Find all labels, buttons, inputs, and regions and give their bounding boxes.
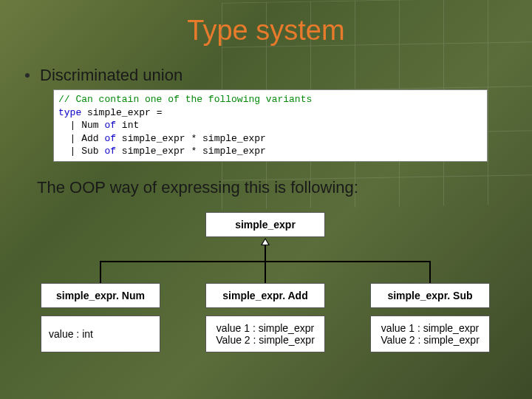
- box-num-title: simple_expr. Num: [41, 283, 160, 308]
- code-ctor-add: Add: [81, 133, 98, 144]
- bullet-item: Discriminated union: [25, 66, 532, 85]
- code-block: // Can contain one of the following vari…: [53, 89, 488, 162]
- code-pipe: |: [58, 146, 81, 157]
- box-sub-title: simple_expr. Sub: [370, 283, 490, 308]
- code-keyword-of: of: [99, 120, 122, 131]
- code-keyword-of: of: [99, 133, 122, 144]
- box-num-body: value : int: [41, 316, 160, 352]
- code-keyword-of: of: [99, 146, 122, 157]
- connector-line: [429, 261, 431, 283]
- connector-line: [100, 261, 101, 283]
- body-sentence: The OOP way of expressing this is follow…: [37, 178, 532, 197]
- box-sub-body: value 1 : simple_expr Value 2 : simple_e…: [370, 316, 490, 352]
- connector-line: [265, 261, 266, 283]
- slide-title: Type system: [0, 0, 532, 47]
- code-ctor-num: Num: [81, 120, 98, 131]
- box-add-body: value 1 : simple_expr Value 2 : simple_e…: [205, 316, 325, 352]
- inheritance-arrow-icon: [261, 238, 270, 245]
- code-ctor-sub: Sub: [81, 146, 98, 157]
- code-typename: simple_expr =: [81, 107, 162, 118]
- code-comment: // Can contain one of the following vari…: [58, 94, 312, 105]
- code-pipe: |: [58, 120, 81, 131]
- bullet-text: Discriminated union: [40, 66, 183, 85]
- class-diagram: simple_expr simple_expr. Num value : int…: [30, 212, 502, 367]
- bullet-icon: [25, 73, 30, 78]
- code-type-addargs: simple_expr * simple_expr: [122, 133, 266, 144]
- code-pipe: |: [58, 133, 81, 144]
- box-root: simple_expr: [205, 212, 325, 237]
- box-add-title: simple_expr. Add: [205, 283, 325, 308]
- connector-line: [265, 245, 266, 262]
- code-type-subargs: simple_expr * simple_expr: [122, 146, 266, 157]
- code-keyword-type: type: [58, 107, 81, 118]
- code-type-int: int: [122, 120, 139, 131]
- slide: Type system Discriminated union // Can c…: [0, 0, 532, 399]
